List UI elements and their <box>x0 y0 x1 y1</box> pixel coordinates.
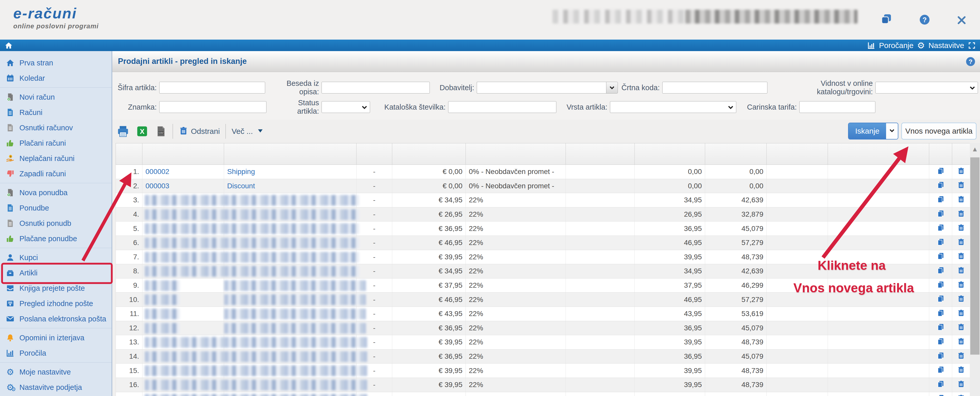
copy-icon[interactable] <box>937 195 945 205</box>
copy-icon[interactable] <box>937 323 945 333</box>
table-header-cell[interactable] <box>392 143 466 164</box>
trash-icon[interactable] <box>957 394 965 396</box>
dobavitelj-input[interactable] <box>477 82 606 94</box>
sidebar-item-poročila[interactable]: Poročila <box>0 345 111 362</box>
table-header-cell[interactable] <box>767 143 828 164</box>
copy-icon[interactable] <box>937 351 945 361</box>
sidebar-item-pregled-izhodne-pošte[interactable]: Pregled izhodne pošte <box>0 296 111 311</box>
carinska-tarifa-input[interactable] <box>799 101 875 113</box>
znamka-input[interactable] <box>159 101 266 113</box>
copy-icon[interactable] <box>937 181 945 191</box>
search-options-dropdown[interactable] <box>886 123 898 139</box>
table-header-cell[interactable] <box>635 143 705 164</box>
table-header-cell[interactable] <box>466 143 566 164</box>
sidebar-item-knjiga-prejete-pošte[interactable]: Knjiga prejete pošte <box>0 281 111 296</box>
new-article-button[interactable]: Vnos novega artikla <box>901 123 977 139</box>
trash-icon[interactable] <box>957 281 965 291</box>
table-header-cell[interactable] <box>566 143 635 164</box>
redacted-text <box>145 223 359 234</box>
copy-icon[interactable] <box>937 238 945 248</box>
table-header-cell[interactable] <box>828 143 929 164</box>
vertical-scrollbar[interactable]: ▲ <box>970 143 980 396</box>
more-menu-button[interactable]: Več ... <box>231 127 263 136</box>
table-header-cell[interactable] <box>952 143 970 164</box>
sidebar-item-poslana-elektronska-pošta[interactable]: Poslana elektronska pošta <box>0 311 111 328</box>
trash-icon[interactable] <box>957 295 965 305</box>
sidebar-item-plačane-ponudbe[interactable]: Plačane ponudbe <box>0 231 111 248</box>
status-artikla-select[interactable] <box>321 101 370 113</box>
sidebar-item-nova-ponudba[interactable]: Nova ponudba <box>0 185 111 200</box>
trash-icon[interactable] <box>957 209 965 219</box>
sidebar-item-novi-račun[interactable]: Novi račun <box>0 89 111 105</box>
home-icon[interactable] <box>5 41 13 50</box>
crtna-koda-input[interactable] <box>662 82 767 94</box>
trash-icon[interactable] <box>957 224 965 233</box>
sidebar-item-zapadli-računi[interactable]: Zapadli računi <box>0 166 111 183</box>
close-icon[interactable] <box>956 15 967 26</box>
page-help-icon[interactable]: ? <box>965 56 976 67</box>
trash-icon[interactable] <box>957 252 965 262</box>
trash-icon[interactable] <box>957 181 965 191</box>
dobavitelj-combobox[interactable] <box>477 82 618 94</box>
sidebar-item-prva-stran[interactable]: Prva stran <box>0 55 111 70</box>
copy-icon[interactable] <box>937 252 945 262</box>
windows-icon[interactable] <box>880 13 892 25</box>
dobavitelj-dropdown-button[interactable] <box>606 82 618 94</box>
sidebar-item-plačani-računi[interactable]: Plačani računi <box>0 136 111 151</box>
sidebar-item-opomini-in-izterjava[interactable]: Opomini in izterjava <box>0 330 111 345</box>
sidebar-item-osnutki-ponudb[interactable]: Osnutki ponudb <box>0 216 111 231</box>
beseda-iz-opisa-input[interactable] <box>321 82 430 94</box>
sidebar-item-neplačani-računi[interactable]: $ Neplačani računi <box>0 151 111 166</box>
sidebar-item-kupci[interactable]: Kupci <box>0 250 111 265</box>
trash-icon[interactable] <box>957 238 965 248</box>
trash-icon[interactable] <box>957 195 965 205</box>
trash-icon[interactable] <box>957 167 965 177</box>
table-header-cell[interactable] <box>116 143 142 164</box>
sidebar-item-koledar[interactable]: Koledar <box>0 70 111 88</box>
trash-icon[interactable] <box>957 351 965 361</box>
vidnost-select[interactable] <box>875 82 978 94</box>
copy-icon[interactable] <box>937 394 945 396</box>
help-icon[interactable]: ? <box>919 14 931 26</box>
trash-icon[interactable] <box>957 380 965 390</box>
sidebar-item-nastavitve-podjetja[interactable]: ⚙⚙ Nastavitve podjetja <box>0 380 111 395</box>
trash-icon[interactable] <box>957 337 965 347</box>
copy-icon[interactable] <box>937 366 945 375</box>
table-header-cell[interactable] <box>705 143 767 164</box>
copy-icon[interactable] <box>937 209 945 219</box>
copy-icon[interactable] <box>937 309 945 319</box>
nav-item-nastavitve[interactable]: Nastavitve <box>928 41 964 50</box>
scroll-up-arrow[interactable]: ▲ <box>970 143 980 155</box>
table-header-cell[interactable] <box>929 143 952 164</box>
csv-export-icon[interactable]: CSV <box>155 125 167 137</box>
table-header-cell[interactable] <box>356 143 392 164</box>
sidebar-item-računi[interactable]: Računi <box>0 105 111 120</box>
print-icon[interactable] <box>116 125 130 138</box>
trash-icon[interactable] <box>957 323 965 333</box>
trash-icon[interactable] <box>957 309 965 319</box>
search-button[interactable]: Iskanje <box>848 123 898 139</box>
kataloska-stevilka-input[interactable] <box>448 101 556 113</box>
copy-icon[interactable] <box>937 380 945 390</box>
copy-icon[interactable] <box>937 337 945 347</box>
remove-button[interactable]: Odstrani <box>179 126 220 137</box>
sifra-artikla-input[interactable] <box>159 82 265 94</box>
excel-export-icon[interactable]: X <box>136 125 148 137</box>
table-header-cell[interactable] <box>142 143 224 164</box>
copy-icon[interactable] <box>937 167 945 177</box>
table-header-cell[interactable] <box>224 143 356 164</box>
trash-icon[interactable] <box>957 366 965 375</box>
nav-item-porocanje[interactable]: Poročanje <box>879 41 913 50</box>
fullscreen-icon[interactable] <box>968 42 976 50</box>
sidebar-item-osnutki-računov[interactable]: Osnutki računov <box>0 120 111 136</box>
copy-icon[interactable] <box>937 224 945 233</box>
sidebar-item-artikli[interactable]: Artikli <box>0 265 111 281</box>
sidebar-item-moje-nastavitve[interactable]: ⚙ Moje nastavitve <box>0 364 111 380</box>
scrollbar-thumb[interactable] <box>970 157 980 354</box>
sidebar-item-ponudbe[interactable]: Ponudbe <box>0 200 111 216</box>
copy-icon[interactable] <box>937 266 945 276</box>
vrsta-artikla-select[interactable] <box>610 101 736 113</box>
trash-icon[interactable] <box>957 266 965 276</box>
copy-icon[interactable] <box>937 281 945 291</box>
copy-icon[interactable] <box>937 295 945 305</box>
